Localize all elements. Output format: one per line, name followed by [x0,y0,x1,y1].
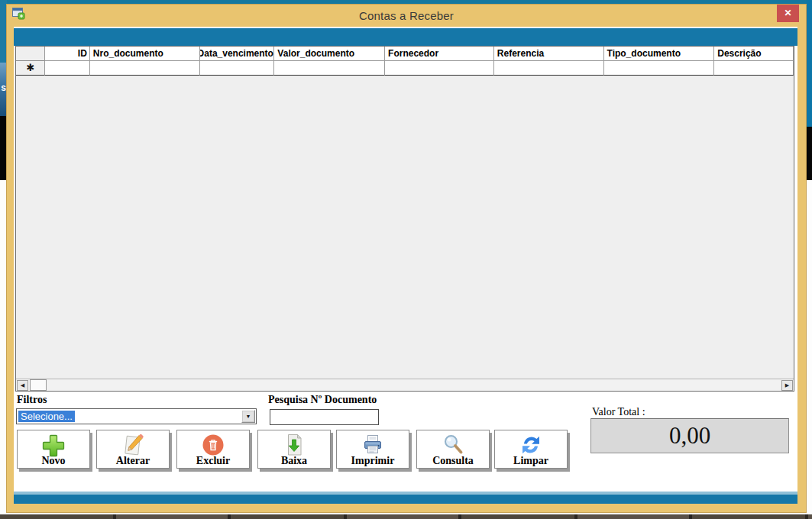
filters-label: Filtros [17,394,47,406]
form-client-area: IDNro_documentoData_vencimentoValor_docu… [14,27,797,504]
grid-empty-area [16,76,794,379]
chevron-down-icon[interactable]: ▼ [241,410,255,423]
column-header-label: Nro_documento [93,48,163,59]
plus-icon [41,433,66,457]
new-row-cell-data_vencimento[interactable] [200,61,275,76]
footer-band [14,492,797,504]
window-title: Contas a Receber [6,9,807,22]
column-header-nro_documento[interactable]: Nro_documento [90,47,200,61]
close-button[interactable]: ✕ [777,5,799,22]
column-header-label: Descrição [717,48,761,59]
alterar-button[interactable]: Alterar [96,430,170,469]
baixa-button[interactable]: Baixa [257,430,331,469]
total-value-box: 0,00 [590,418,789,453]
download-icon [282,433,306,457]
column-header-data_vencimento[interactable]: Data_vencimento [200,47,275,61]
column-header-valor_documento[interactable]: Valor_documento [274,47,385,61]
trash-icon [201,433,225,457]
new-row-cell-referencia[interactable] [494,61,604,76]
total-label: Valor Total : [592,406,645,418]
app-window: Contas a Receber ✕ IDNro_documentoData_v… [6,4,807,513]
horizontal-scrollbar[interactable]: ◀ ▶ [16,379,794,391]
scroll-left-button[interactable]: ◀ [17,380,28,391]
pencil-icon [121,433,145,457]
column-header-label: Valor_documento [277,48,354,59]
column-header-label: Tipo_documento [607,48,681,59]
header-band [14,28,797,46]
new-row-cell-fornecedor[interactable] [385,61,494,76]
column-header-descricao[interactable]: Descrição [714,47,794,61]
grid-new-row[interactable]: ✱ [16,61,794,76]
column-header-label: Fornecedor [388,48,438,59]
desktop-background: s Contas a Receber ✕ IDNro_documentoData… [0,0,812,519]
document-search-input[interactable] [270,409,379,425]
documents-grid[interactable]: IDNro_documentoData_vencimentoValor_docu… [15,46,794,392]
printer-icon [361,433,385,457]
scrollbar-thumb[interactable] [30,379,47,391]
magnifier-icon [441,433,465,457]
taskbar-edge [0,514,812,519]
new-row-cell-id[interactable] [45,61,90,76]
desktop-dark-area-right [807,127,812,180]
column-header-label: Referencia [497,48,544,59]
search-label: Pesquisa Nº Documento [268,394,377,406]
novo-button[interactable]: Novo [17,430,90,469]
background-window-right-edge [807,0,812,127]
column-header-label: ID [78,48,87,59]
new-row-indicator: ✱ [16,61,45,76]
filter-selected-value: Selecione... [18,411,75,422]
column-header-fornecedor[interactable]: Fornecedor [385,47,494,61]
filter-combobox[interactable]: Selecione... ▼ [16,408,257,424]
new-row-cell-descricao[interactable] [714,61,794,76]
column-header-tipo_documento[interactable]: Tipo_documento [604,47,715,61]
excluir-button[interactable]: Excluir [176,430,250,469]
new-row-cell-tipo_documento[interactable] [604,61,715,76]
limpar-button[interactable]: Limpar [494,430,568,469]
imprimir-button[interactable]: Imprimir [336,430,409,469]
grid-header-row: IDNro_documentoData_vencimentoValor_docu… [16,47,794,61]
row-selector-header[interactable] [16,47,45,61]
title-bar[interactable]: Contas a Receber ✕ [6,4,807,27]
column-header-referencia[interactable]: Referencia [494,47,604,61]
column-header-id[interactable]: ID [45,47,90,61]
column-header-label: Data_vencimento [200,48,273,59]
consulta-button[interactable]: Consulta [416,430,490,469]
refresh-icon [519,433,543,457]
new-row-cell-valor_documento[interactable] [274,61,385,76]
new-row-cell-nro_documento[interactable] [90,61,200,76]
scroll-right-button[interactable]: ▶ [781,380,793,391]
